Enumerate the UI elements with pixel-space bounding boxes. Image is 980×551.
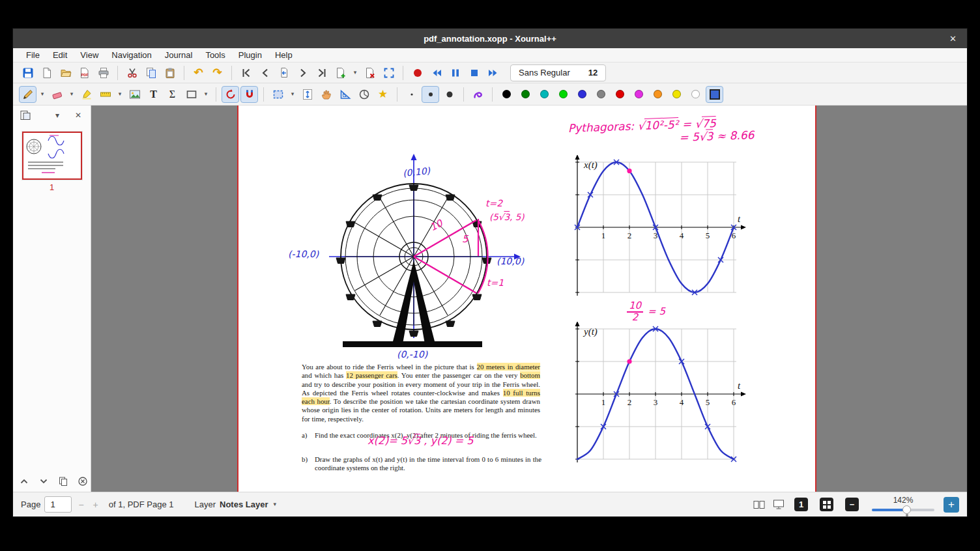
color-magenta[interactable] <box>630 86 648 103</box>
page-number-input[interactable] <box>44 496 72 513</box>
hand-tool-button[interactable] <box>317 86 335 103</box>
eraser-dropdown[interactable]: ▾ <box>67 86 76 103</box>
save-button[interactable] <box>19 64 36 81</box>
page-decrement-button[interactable]: − <box>76 500 86 510</box>
highlighted-text: 20 meters in diameter <box>477 363 540 371</box>
delete-page-button[interactable] <box>361 64 379 81</box>
sidebar-down-button[interactable] <box>36 474 51 488</box>
window-close-button[interactable]: ✕ <box>949 34 957 44</box>
color-orange[interactable] <box>649 86 667 103</box>
color-white[interactable] <box>687 86 704 103</box>
preview-dropdown[interactable]: ▾ <box>50 108 65 122</box>
grid-snap-button[interactable] <box>240 86 258 103</box>
color-yellow[interactable] <box>668 86 685 103</box>
color-blue[interactable] <box>573 86 591 103</box>
menu-journal[interactable]: Journal <box>158 49 199 61</box>
spline-button[interactable] <box>469 86 487 103</box>
image-button[interactable] <box>126 86 143 103</box>
color-red[interactable] <box>611 86 629 103</box>
new-page-dropdown[interactable]: ▾ <box>351 64 360 81</box>
layer-badge-button[interactable]: 1 <box>794 498 808 511</box>
export-pdf-button[interactable]: PDF <box>76 64 93 81</box>
menu-navigation[interactable]: Navigation <box>105 49 158 61</box>
item-b-marker: b) <box>302 455 310 473</box>
pdf-page[interactable]: (0,10) (-10,0) (10,0) (0,-10) t=2 (5√3, … <box>237 106 816 492</box>
xournal-window: pdf_annotation.xopp - Xournal++ ✕ FileEd… <box>13 29 967 516</box>
pen-button[interactable] <box>19 86 36 103</box>
pen-dropdown[interactable]: ▾ <box>38 86 47 103</box>
shape-dropdown[interactable]: ▾ <box>201 86 210 103</box>
paste-button[interactable] <box>161 64 179 81</box>
thickness-thick-button[interactable] <box>440 86 458 103</box>
undo-button[interactable]: ↶ <box>190 64 207 81</box>
preview-pane-icon[interactable] <box>18 108 33 122</box>
page-thumbnail[interactable] <box>22 132 82 180</box>
presentation-mode-button[interactable] <box>771 498 786 512</box>
draw-circle-button[interactable] <box>355 86 373 103</box>
new-page-button[interactable] <box>332 64 349 81</box>
next-page-button[interactable] <box>294 64 311 81</box>
font-selector[interactable]: Sans Regular 12 <box>510 64 606 81</box>
draw-star-button[interactable]: ★ <box>374 86 392 103</box>
ruler-dropdown[interactable]: ▾ <box>115 86 124 103</box>
fullscreen-button[interactable] <box>380 64 397 81</box>
highlighter-button[interactable] <box>78 86 95 103</box>
rewind-button[interactable] <box>427 64 445 81</box>
prev-page-button[interactable] <box>256 64 274 81</box>
menu-view[interactable]: View <box>74 49 105 61</box>
print-button[interactable] <box>94 64 112 81</box>
menu-file[interactable]: File <box>20 49 46 61</box>
zoom-slider-knob[interactable] <box>902 505 911 514</box>
open-folder-button[interactable] <box>57 64 74 81</box>
font-name: Sans Regular <box>519 68 570 78</box>
color-gray[interactable] <box>592 86 610 103</box>
ruler-button[interactable] <box>96 86 114 103</box>
color-teal[interactable] <box>536 86 553 103</box>
thickness-medium-button[interactable] <box>422 86 439 103</box>
color-light-green[interactable] <box>555 86 572 103</box>
shape-recognizer-button[interactable] <box>182 86 200 103</box>
color-black[interactable] <box>498 86 515 103</box>
zoom-slider[interactable] <box>872 505 934 514</box>
fast-forward-button[interactable] <box>484 64 502 81</box>
cut-button[interactable] <box>123 64 141 81</box>
text-tool-button[interactable]: T <box>145 86 162 103</box>
menu-tools[interactable]: Tools <box>199 49 231 61</box>
draw-triangle-button[interactable] <box>336 86 354 103</box>
document-canvas[interactable]: (0,10) (-10,0) (10,0) (0,-10) t=2 (5√3, … <box>91 106 967 492</box>
menu-help[interactable]: Help <box>268 49 299 61</box>
record-button[interactable] <box>409 64 426 81</box>
dual-page-view-button[interactable] <box>751 498 767 512</box>
preview-close-button[interactable]: ✕ <box>71 108 85 122</box>
page-increment-button[interactable]: + <box>91 500 101 510</box>
pause-button[interactable] <box>446 64 464 81</box>
thickness-fine-button[interactable] <box>403 86 420 103</box>
prev-annotated-button[interactable] <box>275 64 293 81</box>
stop-button[interactable] <box>465 64 483 81</box>
last-page-button[interactable] <box>313 64 330 81</box>
redo-button[interactable]: ↷ <box>209 64 226 81</box>
select-rect-button[interactable] <box>269 86 287 103</box>
first-page-button[interactable] <box>237 64 255 81</box>
zoom-fit-button[interactable] <box>820 498 833 511</box>
label-t1: t=1 <box>487 277 504 288</box>
sidebar-up-button[interactable] <box>17 474 31 488</box>
eraser-button[interactable] <box>48 86 66 103</box>
menu-edit[interactable]: Edit <box>46 49 74 61</box>
color-select-button[interactable] <box>706 86 723 103</box>
new-file-button[interactable] <box>38 64 55 81</box>
zoom-out-button[interactable]: − <box>845 498 859 511</box>
layer-selector[interactable]: Notes Layer ▾ <box>220 500 276 509</box>
delete-page-sidebar-button[interactable] <box>76 474 90 488</box>
copy-page-button[interactable] <box>56 474 70 488</box>
math-tex-button[interactable]: Σ <box>164 86 181 103</box>
color-green[interactable] <box>517 86 534 103</box>
vertical-space-button[interactable] <box>298 86 316 103</box>
rotation-snap-button[interactable] <box>222 86 239 103</box>
svg-text:PDF: PDF <box>81 72 89 76</box>
zoom-in-button[interactable]: + <box>944 497 959 513</box>
zoom-control: 142% <box>872 496 934 514</box>
select-dropdown[interactable]: ▾ <box>288 86 297 103</box>
menu-plugin[interactable]: Plugin <box>232 49 268 61</box>
copy-button[interactable] <box>142 64 160 81</box>
